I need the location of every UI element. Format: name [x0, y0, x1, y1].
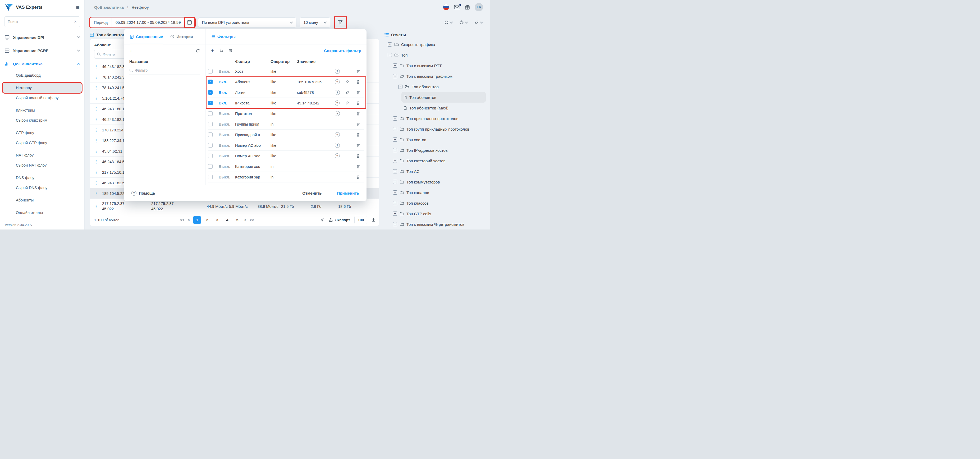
toggle-expand-icon[interactable]: + [393, 138, 397, 142]
filter-operator[interactable]: like [270, 80, 297, 84]
page-size-select[interactable]: 100 [354, 216, 367, 224]
filter-operator[interactable]: like [270, 111, 297, 116]
sidebar-subitem[interactable]: NAT флоу [3, 150, 82, 160]
toggle-collapse-icon[interactable]: − [388, 53, 392, 57]
sidebar-subitem[interactable]: Сырой GTP флоу [3, 138, 82, 148]
toggle-expand-icon[interactable]: + [393, 64, 397, 68]
clear-search-icon[interactable]: × [74, 19, 77, 24]
filter-checkbox[interactable] [208, 164, 213, 169]
settings-menu[interactable] [459, 20, 468, 25]
drag-handle-icon[interactable]: ⋮ [94, 181, 102, 185]
toggle-expand-icon[interactable]: + [393, 127, 397, 131]
period-value[interactable]: 05.09.2024 17:00 - 05.09.2024 18:59 [112, 20, 185, 25]
last-page-button[interactable]: >> [250, 218, 255, 222]
page-button-5[interactable]: 5 [233, 216, 241, 224]
tree-item[interactable]: +Топ групп прикладных протоколов [385, 124, 487, 134]
trash-icon[interactable] [352, 69, 364, 73]
trash-icon[interactable] [352, 91, 364, 95]
page-button-4[interactable]: 4 [223, 216, 231, 224]
filter-operator[interactable]: like [270, 69, 297, 73]
period-control[interactable]: Период 05.09.2024 17:00 - 05.09.2024 18:… [90, 17, 195, 27]
tree-item[interactable]: +Топ АС [385, 166, 487, 176]
calendar-icon[interactable] [185, 18, 195, 27]
add-saved-filter-icon[interactable]: + [129, 48, 132, 54]
first-page-button[interactable]: << [180, 218, 185, 222]
brush-icon[interactable] [345, 91, 349, 94]
download-icon[interactable] [372, 218, 375, 222]
gift-icon[interactable] [465, 5, 470, 10]
drag-handle-icon[interactable]: ⋮ [94, 86, 102, 90]
save-filter-button[interactable]: Сохранить фильтр [324, 48, 361, 53]
dpi-device-select[interactable]: По всем DPI устройствам [198, 17, 296, 27]
refresh-icon[interactable] [196, 49, 200, 53]
sidebar-item-pcrf-management[interactable]: Управление PCRF [0, 44, 84, 57]
sidebar-subitem[interactable]: Онлайн отчеты [3, 208, 82, 218]
help-icon[interactable]: ? [335, 132, 340, 137]
trash-icon[interactable] [352, 111, 364, 116]
refresh-menu[interactable] [444, 20, 452, 25]
help-icon[interactable]: ? [335, 90, 340, 95]
tree-item[interactable]: Топ абонентов (Maxi) [385, 103, 487, 113]
sidebar-subitem[interactable]: Кликстрим [3, 105, 82, 115]
filter-checkbox[interactable]: ✓ [208, 79, 213, 84]
drag-handle-icon[interactable]: ⋮ [94, 191, 102, 196]
filter-operator[interactable]: in [270, 122, 297, 126]
sidebar-subitem[interactable]: Нетфлоу [3, 83, 82, 93]
trash-icon[interactable] [229, 48, 233, 52]
filter-funnel-icon[interactable] [335, 17, 345, 27]
toggle-collapse-icon[interactable]: − [393, 74, 397, 78]
toggle-expand-icon[interactable]: + [393, 201, 397, 205]
sidebar-subitem[interactable]: Сырой DNS флоу [3, 183, 82, 193]
filter-operator[interactable]: like [270, 143, 297, 148]
sidebar-subitem[interactable]: Абоненты [3, 195, 82, 205]
tree-item[interactable]: +Топ классов [385, 198, 487, 208]
drag-handle-icon[interactable]: ⋮ [94, 106, 102, 111]
trash-icon[interactable] [352, 133, 364, 137]
tree-item[interactable]: −Топ [385, 50, 487, 60]
help-icon[interactable]: ? [335, 143, 340, 148]
tree-item[interactable]: +Топ каналов [385, 187, 487, 198]
toggle-expand-icon[interactable]: + [393, 159, 397, 163]
drag-handle-icon[interactable]: ⋮ [94, 204, 102, 209]
toggle-expand-icon[interactable]: + [393, 180, 397, 184]
toggle-expand-icon[interactable]: + [393, 169, 397, 173]
help-icon[interactable]: ? [335, 111, 340, 116]
page-button-3[interactable]: 3 [213, 216, 221, 224]
filter-checkbox[interactable] [208, 69, 213, 73]
filter-checkbox[interactable] [208, 122, 213, 126]
help-icon[interactable]: ? [335, 79, 340, 84]
filter-operator[interactable]: in [270, 164, 297, 169]
sidebar-subitem[interactable]: DNS флоу [3, 173, 82, 183]
sidebar-item-qoe-analytics[interactable]: QoE аналитика [0, 57, 84, 70]
help-icon[interactable]: ? [335, 69, 340, 74]
toggle-expand-icon[interactable]: + [393, 116, 397, 121]
toggle-collapse-icon[interactable]: − [398, 84, 402, 89]
help-button[interactable]: ? Помощь [131, 191, 155, 196]
clear-menu[interactable] [474, 20, 483, 25]
filter-checkbox[interactable]: ✓ [208, 90, 213, 95]
tree-item[interactable]: +Топ прикладных протоколов [385, 113, 487, 124]
brush-icon[interactable] [345, 80, 349, 84]
filter-checkbox[interactable]: ✓ [208, 101, 213, 105]
drag-handle-icon[interactable]: ⋮ [94, 138, 102, 143]
breadcrumb-item[interactable]: QoE аналитика [94, 5, 124, 10]
drag-handle-icon[interactable]: ⋮ [94, 149, 102, 154]
cancel-button[interactable]: Отменить [302, 191, 321, 195]
filter-operator[interactable]: in [270, 175, 297, 179]
language-flag-icon[interactable] [443, 4, 449, 10]
help-icon[interactable]: ? [335, 100, 340, 105]
hamburger-icon[interactable]: ≡ [76, 5, 80, 11]
filter-checkbox[interactable] [208, 132, 213, 137]
page-button-1[interactable]: 1 [193, 216, 201, 224]
filter-checkbox[interactable] [208, 143, 213, 148]
apply-button[interactable]: Применить [337, 191, 359, 195]
trash-icon[interactable] [352, 154, 364, 158]
toggle-expand-icon[interactable]: + [388, 42, 392, 46]
trash-icon[interactable] [352, 122, 364, 126]
help-icon[interactable]: ? [335, 153, 340, 158]
trash-icon[interactable] [352, 101, 364, 105]
tree-item[interactable]: +Топ с высоким RTT [385, 60, 487, 71]
drag-handle-icon[interactable]: ⋮ [94, 75, 102, 79]
tree-item[interactable]: +Топ категорий хостов [385, 156, 487, 166]
tab-history[interactable]: История [170, 29, 193, 44]
